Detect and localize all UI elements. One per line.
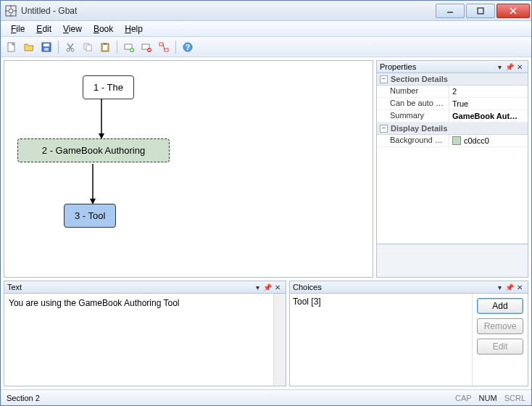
statusbar: Section 2 CAP NUM SCRL <box>1 389 531 405</box>
link-icon[interactable] <box>156 39 172 55</box>
menu-book[interactable]: Book <box>88 22 119 36</box>
prop-row-canauto[interactable]: Can be auto s…True <box>377 98 528 110</box>
menu-edit[interactable]: Edit <box>30 22 57 36</box>
status-scrl: SCRL <box>504 394 525 402</box>
svg-point-17 <box>71 49 74 51</box>
panel-pin-icon[interactable]: 📌 <box>262 282 273 292</box>
color-swatch <box>452 136 461 145</box>
status-num: NUM <box>479 394 497 402</box>
minimize-button[interactable] <box>436 4 465 18</box>
svg-rect-30 <box>159 43 163 46</box>
canvas[interactable]: 1 - The 2 - GameBook Authoring 3 - Tool <box>4 60 373 278</box>
panel-close-icon[interactable]: ✕ <box>273 282 283 292</box>
edit-button[interactable]: Edit <box>477 339 523 355</box>
status-cap: CAP <box>455 394 472 402</box>
app-icon <box>5 5 17 17</box>
add-node-icon[interactable] <box>121 39 137 55</box>
app-window: Untitled - Gbat Filedocument.currentScri… <box>0 0 532 406</box>
svg-rect-12 <box>43 44 49 46</box>
text-panel-title: Text <box>7 283 252 291</box>
svg-rect-13 <box>44 48 49 51</box>
properties-panel: Properties ▾ 📌 ✕ −Section Details Number… <box>376 60 528 278</box>
node-2[interactable]: 2 - GameBook Authoring <box>17 138 170 162</box>
svg-line-32 <box>163 44 165 50</box>
svg-rect-7 <box>478 8 483 14</box>
svg-rect-22 <box>104 43 107 45</box>
svg-rect-21 <box>103 45 107 50</box>
menubar: Filedocument.currentScript.previousEleme… <box>1 21 531 37</box>
menu-file[interactable]: Filedocument.currentScript.previousEleme… <box>5 22 30 36</box>
panel-dropdown-icon[interactable]: ▾ <box>252 282 262 292</box>
save-file-icon[interactable] <box>38 39 54 55</box>
prop-row-bgcolor[interactable]: Background C…c0dcc0 <box>377 135 528 147</box>
prop-row-summary[interactable]: SummaryGameBook Aut… <box>377 110 528 123</box>
prop-group-section[interactable]: −Section Details <box>377 73 528 86</box>
panel-dropdown-icon[interactable]: ▾ <box>494 282 504 292</box>
add-button[interactable]: Add <box>477 298 523 314</box>
toolbar: ? <box>1 37 531 57</box>
paste-icon[interactable] <box>97 39 113 55</box>
choices-panel: Choices ▾ 📌 ✕ Tool [3] Add Remove Edit <box>289 281 528 386</box>
titlebar: Untitled - Gbat <box>1 1 531 21</box>
panel-dropdown-icon[interactable]: ▾ <box>494 62 504 72</box>
svg-point-16 <box>67 49 70 51</box>
svg-point-1 <box>9 9 13 13</box>
close-button[interactable] <box>496 4 530 18</box>
prop-group-display[interactable]: −Display Details <box>377 123 528 135</box>
status-left: Section 2 <box>7 394 448 402</box>
collapse-icon[interactable]: − <box>380 75 388 83</box>
panel-pin-icon[interactable]: 📌 <box>504 282 515 292</box>
panel-close-icon[interactable]: ✕ <box>515 62 525 72</box>
remove-button[interactable]: Remove <box>477 318 523 334</box>
menu-help[interactable]: Help <box>119 22 149 36</box>
text-input[interactable]: You are using the GameBook Authoring Too… <box>4 294 273 386</box>
property-grid[interactable]: −Section Details Number2 Can be auto s…T… <box>377 73 528 242</box>
svg-rect-19 <box>86 45 91 51</box>
delete-node-icon[interactable] <box>138 39 154 55</box>
collapse-icon[interactable]: − <box>380 125 388 133</box>
svg-rect-31 <box>165 49 168 51</box>
text-panel: Text ▾ 📌 ✕ You are using the GameBook Au… <box>4 281 286 386</box>
property-description <box>377 244 528 277</box>
node-1[interactable]: 1 - The <box>83 75 134 99</box>
choices-list[interactable]: Tool [3] <box>290 294 473 386</box>
window-title: Untitled - Gbat <box>21 6 434 16</box>
menu-view[interactable]: View <box>57 22 88 36</box>
choices-panel-title: Choices <box>293 283 494 291</box>
help-icon[interactable]: ? <box>180 39 196 55</box>
scrollbar[interactable] <box>273 294 286 386</box>
prop-row-number[interactable]: Number2 <box>377 86 528 98</box>
maximize-button[interactable] <box>466 4 495 18</box>
open-file-icon[interactable] <box>21 39 37 55</box>
svg-text:?: ? <box>186 44 190 51</box>
node-3[interactable]: 3 - Tool <box>64 204 116 228</box>
choice-item[interactable]: Tool [3] <box>293 297 469 307</box>
properties-title: Properties <box>380 62 494 71</box>
main-area: 1 - The 2 - GameBook Authoring 3 - Tool … <box>1 57 531 389</box>
new-file-icon[interactable] <box>4 39 20 55</box>
cut-icon[interactable] <box>62 39 78 55</box>
copy-icon[interactable] <box>80 39 96 55</box>
panel-close-icon[interactable]: ✕ <box>515 282 525 292</box>
panel-pin-icon[interactable]: 📌 <box>504 62 515 72</box>
